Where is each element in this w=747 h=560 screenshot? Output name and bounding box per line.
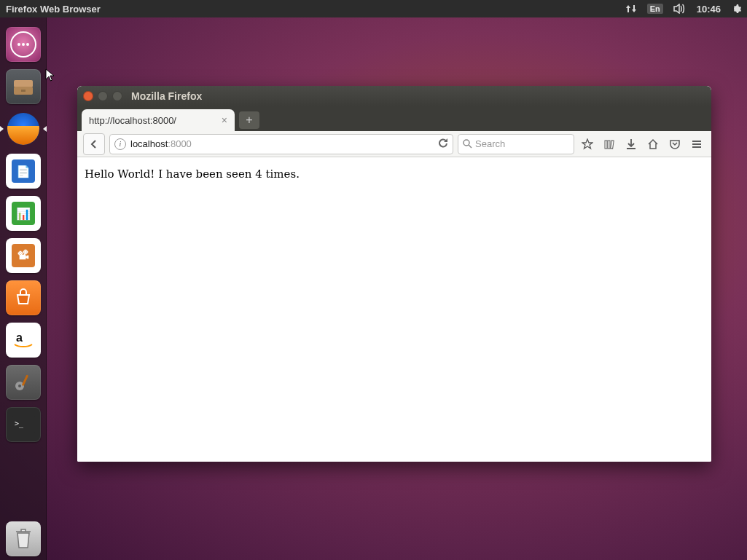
input-method-indicator[interactable]: En	[647, 4, 663, 14]
tab-strip: http://localhost:8000/ × +	[77, 106, 711, 131]
svg-rect-13	[611, 140, 614, 148]
url-bar[interactable]: i localhost:8000	[109, 134, 453, 154]
launcher-writer[interactable]: 📄	[6, 154, 41, 189]
back-button[interactable]	[83, 133, 105, 155]
page-text: Hello World! I have been seen 4 times.	[85, 167, 300, 181]
downloads-icon[interactable]	[622, 135, 640, 153]
launcher-files[interactable]	[6, 69, 41, 104]
launcher-firefox[interactable]	[6, 111, 41, 146]
svg-line-10	[469, 145, 472, 148]
reload-icon[interactable]	[438, 138, 448, 150]
gear-indicator-icon[interactable]	[731, 4, 741, 14]
window-maximize-button[interactable]	[112, 91, 122, 101]
home-icon[interactable]	[644, 135, 662, 153]
browser-tab[interactable]: http://localhost:8000/ ×	[82, 109, 235, 131]
svg-point-5	[18, 384, 21, 387]
launcher-software[interactable]	[6, 280, 41, 315]
launcher-dash[interactable]	[6, 27, 41, 62]
svg-text:>_: >_	[15, 419, 24, 428]
navigation-toolbar: i localhost:8000 Search	[77, 131, 711, 157]
page-content: Hello World! I have been seen 4 times.	[77, 157, 711, 462]
launcher-terminal[interactable]: >_	[6, 407, 41, 442]
window-titlebar[interactable]: Mozilla Firefox	[77, 86, 711, 106]
network-indicator-icon[interactable]	[625, 4, 637, 14]
tab-close-icon[interactable]: ×	[222, 114, 227, 126]
launcher-impress[interactable]: 📽	[6, 238, 41, 273]
svg-rect-0	[14, 80, 33, 87]
svg-rect-2	[21, 90, 26, 92]
window-close-button[interactable]	[83, 91, 93, 101]
menu-icon[interactable]	[688, 135, 705, 153]
bookmark-star-icon[interactable]	[579, 135, 596, 153]
svg-text:a: a	[16, 331, 23, 344]
search-bar[interactable]: Search	[458, 134, 574, 154]
new-tab-button[interactable]: +	[239, 111, 259, 129]
clock-indicator[interactable]: 10:46	[697, 4, 721, 15]
search-placeholder: Search	[475, 138, 505, 149]
launcher-amazon[interactable]: a	[6, 323, 41, 358]
url-host: localhost	[130, 138, 168, 149]
volume-indicator-icon[interactable]	[673, 4, 687, 14]
url-port: :8000	[168, 138, 192, 149]
pocket-icon[interactable]	[666, 135, 684, 153]
library-icon[interactable]	[601, 135, 618, 153]
svg-point-9	[464, 140, 469, 146]
active-app-title: Firefox Web Browser	[6, 4, 101, 15]
launcher-calc[interactable]: 📊	[6, 196, 41, 231]
top-menubar: Firefox Web Browser En 10:46	[0, 0, 747, 17]
svg-rect-6	[21, 374, 28, 386]
mouse-cursor-icon	[45, 68, 57, 83]
window-minimize-button[interactable]	[98, 91, 108, 101]
svg-rect-12	[608, 141, 610, 149]
launcher-settings[interactable]	[6, 365, 41, 400]
svg-rect-11	[605, 141, 607, 149]
firefox-window: Mozilla Firefox http://localhost:8000/ ×…	[77, 86, 711, 462]
launcher-dock: 📄 📊 📽 a >_	[0, 17, 47, 560]
launcher-trash[interactable]	[6, 521, 41, 556]
tab-title: http://localhost:8000/	[89, 115, 176, 126]
window-title: Mozilla Firefox	[131, 90, 202, 102]
identity-icon[interactable]: i	[114, 138, 126, 150]
